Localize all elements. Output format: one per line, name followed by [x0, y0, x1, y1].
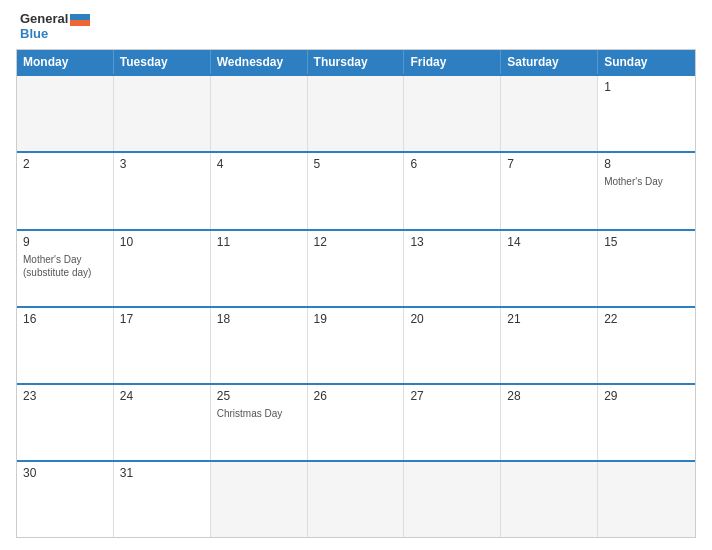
calendar-cell-0-1 — [114, 76, 211, 151]
calendar-cell-4-2: 25Christmas Day — [211, 385, 308, 460]
cell-date: 26 — [314, 389, 398, 403]
calendar-cell-2-4: 13 — [404, 231, 501, 306]
cell-date: 9 — [23, 235, 107, 249]
calendar-cell-1-2: 4 — [211, 153, 308, 228]
calendar-cell-2-0: 9Mother's Day (substitute day) — [17, 231, 114, 306]
cell-date: 29 — [604, 389, 689, 403]
cell-date: 30 — [23, 466, 107, 480]
calendar-cell-4-5: 28 — [501, 385, 598, 460]
calendar-cell-1-5: 7 — [501, 153, 598, 228]
calendar-cell-3-5: 21 — [501, 308, 598, 383]
header-day-tuesday: Tuesday — [114, 50, 211, 74]
page: General Blue MondayTuesdayWednesdayThurs… — [0, 0, 712, 550]
calendar-cell-3-0: 16 — [17, 308, 114, 383]
cell-date: 2 — [23, 157, 107, 171]
cell-date: 7 — [507, 157, 591, 171]
cell-date: 27 — [410, 389, 494, 403]
calendar-cell-2-3: 12 — [308, 231, 405, 306]
logo-blue-text: Blue — [20, 26, 48, 41]
cell-date: 24 — [120, 389, 204, 403]
cell-date: 12 — [314, 235, 398, 249]
calendar-cell-0-2 — [211, 76, 308, 151]
calendar-week-1: 2345678Mother's Day — [17, 151, 695, 228]
calendar-cell-5-6 — [598, 462, 695, 537]
cell-date: 13 — [410, 235, 494, 249]
header-day-saturday: Saturday — [501, 50, 598, 74]
calendar-cell-3-2: 18 — [211, 308, 308, 383]
cell-date: 25 — [217, 389, 301, 403]
calendar-cell-2-5: 14 — [501, 231, 598, 306]
cell-date: 17 — [120, 312, 204, 326]
calendar-cell-3-3: 19 — [308, 308, 405, 383]
calendar-cell-4-1: 24 — [114, 385, 211, 460]
calendar-cell-4-6: 29 — [598, 385, 695, 460]
calendar-cell-0-0 — [17, 76, 114, 151]
calendar-cell-1-0: 2 — [17, 153, 114, 228]
cell-date: 1 — [604, 80, 689, 94]
header-day-monday: Monday — [17, 50, 114, 74]
calendar-cell-2-2: 11 — [211, 231, 308, 306]
header-day-friday: Friday — [404, 50, 501, 74]
calendar-cell-4-3: 26 — [308, 385, 405, 460]
cell-date: 5 — [314, 157, 398, 171]
header-day-wednesday: Wednesday — [211, 50, 308, 74]
cell-date: 22 — [604, 312, 689, 326]
calendar-cell-1-4: 6 — [404, 153, 501, 228]
cell-date: 23 — [23, 389, 107, 403]
cell-event: Mother's Day (substitute day) — [23, 253, 107, 279]
calendar-body: 12345678Mother's Day9Mother's Day (subst… — [17, 74, 695, 537]
cell-event: Christmas Day — [217, 407, 301, 420]
calendar-cell-0-4 — [404, 76, 501, 151]
calendar-week-5: 3031 — [17, 460, 695, 537]
calendar-cell-5-5 — [501, 462, 598, 537]
header-day-sunday: Sunday — [598, 50, 695, 74]
cell-date: 19 — [314, 312, 398, 326]
calendar-cell-1-6: 8Mother's Day — [598, 153, 695, 228]
svg-rect-1 — [70, 20, 90, 26]
calendar-cell-3-4: 20 — [404, 308, 501, 383]
calendar-cell-5-4 — [404, 462, 501, 537]
logo: General Blue — [20, 12, 90, 41]
calendar-cell-5-2 — [211, 462, 308, 537]
cell-date: 4 — [217, 157, 301, 171]
cell-date: 31 — [120, 466, 204, 480]
calendar-cell-3-1: 17 — [114, 308, 211, 383]
cell-date: 15 — [604, 235, 689, 249]
cell-date: 10 — [120, 235, 204, 249]
calendar-cell-1-1: 3 — [114, 153, 211, 228]
cell-date: 28 — [507, 389, 591, 403]
calendar-cell-5-0: 30 — [17, 462, 114, 537]
calendar-cell-0-6: 1 — [598, 76, 695, 151]
calendar-cell-4-0: 23 — [17, 385, 114, 460]
cell-date: 20 — [410, 312, 494, 326]
svg-rect-0 — [70, 14, 90, 20]
cell-date: 3 — [120, 157, 204, 171]
calendar-cell-1-3: 5 — [308, 153, 405, 228]
cell-date: 8 — [604, 157, 689, 171]
cell-date: 16 — [23, 312, 107, 326]
calendar-cell-5-3 — [308, 462, 405, 537]
logo-text: General — [20, 12, 90, 26]
calendar-header: MondayTuesdayWednesdayThursdayFridaySatu… — [17, 50, 695, 74]
logo-flag-icon — [70, 14, 90, 26]
header: General Blue — [16, 12, 696, 41]
calendar: MondayTuesdayWednesdayThursdayFridaySatu… — [16, 49, 696, 538]
calendar-cell-5-1: 31 — [114, 462, 211, 537]
calendar-week-0: 1 — [17, 74, 695, 151]
cell-date: 14 — [507, 235, 591, 249]
calendar-cell-0-3 — [308, 76, 405, 151]
cell-date: 21 — [507, 312, 591, 326]
cell-date: 18 — [217, 312, 301, 326]
calendar-cell-0-5 — [501, 76, 598, 151]
cell-date: 11 — [217, 235, 301, 249]
calendar-cell-2-1: 10 — [114, 231, 211, 306]
calendar-week-2: 9Mother's Day (substitute day)1011121314… — [17, 229, 695, 306]
calendar-cell-3-6: 22 — [598, 308, 695, 383]
header-day-thursday: Thursday — [308, 50, 405, 74]
cell-event: Mother's Day — [604, 175, 689, 188]
calendar-cell-4-4: 27 — [404, 385, 501, 460]
calendar-week-3: 16171819202122 — [17, 306, 695, 383]
calendar-week-4: 232425Christmas Day26272829 — [17, 383, 695, 460]
calendar-cell-2-6: 15 — [598, 231, 695, 306]
cell-date: 6 — [410, 157, 494, 171]
